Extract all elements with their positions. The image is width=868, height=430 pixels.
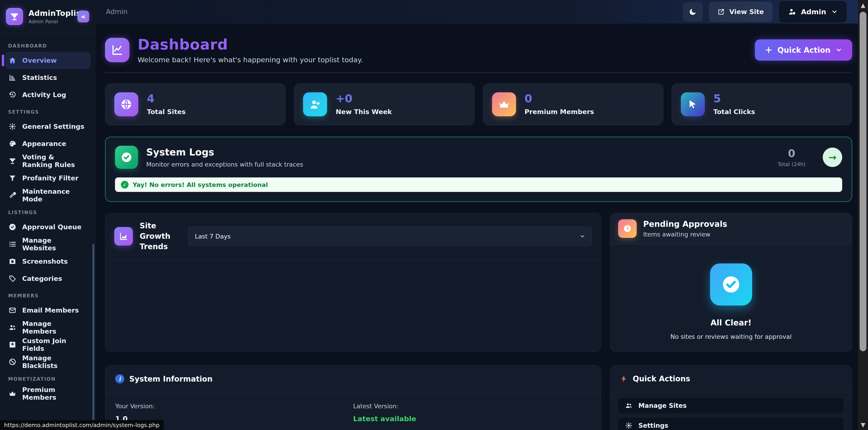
- system-logs-header: System Logs Monitor errors and exception…: [115, 146, 842, 169]
- external-link-icon: [717, 8, 725, 16]
- system-information-body: Your Version: 1.0 Latest Version: Latest…: [105, 393, 601, 430]
- sidebar-item-manage-blacklists[interactable]: Manage Blacklists: [4, 353, 91, 370]
- stat-card-total-sites[interactable]: 4 Total Sites: [105, 83, 286, 125]
- status-url-tooltip: https://demo.admintoplist.com/admin/syst…: [0, 420, 164, 430]
- app-subtitle: Admin Panel: [29, 19, 72, 25]
- all-clear-title: All Clear!: [710, 318, 752, 327]
- sidebar-item-voting-ranking-rules[interactable]: Voting & Ranking Rules: [4, 152, 91, 170]
- site-growth-title: Site Growth Trends: [140, 221, 182, 252]
- site-growth-header: Site Growth Trends Last 7 Days: [105, 213, 601, 260]
- stat-value: 0: [525, 93, 594, 104]
- stat-card-premium-members[interactable]: 0 Premium Members: [483, 83, 663, 125]
- nav-section-members: MEMBERS: [8, 293, 87, 299]
- sidebar-item-maintenance-mode[interactable]: Maintenance Mode: [4, 187, 91, 204]
- sidebar-item-manage-websites[interactable]: Manage Websites: [4, 236, 91, 253]
- sidebar-item-general-settings[interactable]: General Settings: [4, 118, 91, 135]
- sidebar-item-appearance[interactable]: Appearance: [4, 135, 91, 152]
- stat-card-total-clicks[interactable]: 5 Total Clicks: [672, 83, 852, 125]
- chart-line-icon: [111, 44, 124, 56]
- stat-value: 4: [147, 93, 186, 104]
- sidebar-item-label: Activity Log: [22, 91, 66, 99]
- arrow-right-icon: →: [828, 152, 836, 163]
- page-scrollbar-thumb[interactable]: [860, 12, 866, 351]
- quick-actions-title: Quick Actions: [632, 374, 690, 383]
- sidebar-scrollbar-thumb[interactable]: [92, 244, 94, 430]
- sysinfo-item-latest-version: Latest Version: Latest available: [353, 403, 591, 423]
- check-circle-icon: [9, 223, 16, 231]
- scroll-down-arrow-icon[interactable]: ▼: [858, 421, 868, 428]
- moon-icon: [688, 7, 697, 16]
- sysinfo-label: Latest Version:: [353, 403, 591, 410]
- app-title: AdminToplist: [29, 9, 72, 18]
- stat-text: 5 Total Clicks: [713, 93, 755, 116]
- sidebar-item-label: Categories: [22, 275, 62, 282]
- system-logs-subtitle: Monitor errors and exceptions with full …: [146, 161, 770, 168]
- bottom-row: i System Information Your Version: 1.0 L…: [105, 365, 852, 430]
- nav-section-dashboard: DASHBOARD: [8, 43, 87, 49]
- user-menu-button[interactable]: Admin: [779, 1, 847, 23]
- open-system-logs-button[interactable]: →: [823, 148, 842, 167]
- sidebar-item-screenshots[interactable]: Screenshots: [4, 253, 91, 270]
- chevron-down-icon: [831, 8, 838, 15]
- history-icon: [9, 91, 16, 99]
- stat-label: New This Week: [336, 108, 392, 116]
- topbar-actions: View Site Admin: [683, 1, 847, 23]
- quick-action-settings[interactable]: Settings: [618, 417, 844, 430]
- nav-section-listings: LISTINGS: [8, 210, 87, 215]
- sidebar-item-email-members[interactable]: Email Members: [4, 302, 91, 319]
- sidebar-item-label: Overview: [22, 57, 57, 64]
- sidebar-item-categories[interactable]: Categories: [4, 270, 91, 287]
- quick-action-button[interactable]: Quick Action: [755, 39, 852, 61]
- sidebar-collapse-button[interactable]: «: [78, 11, 89, 22]
- sidebar-item-label: Custom Join Fields: [22, 337, 87, 352]
- chart-area-icon: [114, 227, 133, 246]
- growth-range-select[interactable]: Last 7 Days: [188, 227, 592, 246]
- sidebar-item-label: Manage Members: [22, 320, 87, 335]
- quick-actions-body: Manage Sites Settings Backup Database: [610, 393, 852, 430]
- view-site-label: View Site: [729, 8, 764, 16]
- quick-action-manage-sites[interactable]: Manage Sites: [618, 397, 844, 414]
- stat-label: Premium Members: [525, 108, 594, 116]
- sidebar-item-label: Premium Members: [22, 386, 87, 401]
- topbar: Admin View Site Admin: [95, 0, 858, 24]
- site-growth-chart-area: [105, 260, 601, 352]
- info-icon: i: [115, 374, 124, 383]
- breadcrumb: Admin: [106, 8, 128, 16]
- ban-icon: [9, 358, 16, 366]
- stat-label: Total Clicks: [713, 108, 755, 116]
- sidebar: AdminToplist Admin Panel « DASHBOARD Ove…: [0, 0, 95, 430]
- sidebar-item-statistics[interactable]: Statistics: [4, 69, 91, 86]
- sidebar-item-label: Manage Websites: [22, 237, 87, 252]
- page-title: Dashboard: [137, 36, 363, 53]
- sidebar-item-custom-join-fields[interactable]: Custom Join Fields: [4, 336, 91, 353]
- users-icon: [625, 402, 632, 409]
- header-divider: [105, 72, 852, 73]
- sidebar-item-manage-members[interactable]: Manage Members: [4, 319, 91, 336]
- sidebar-item-approval-queue[interactable]: Approval Queue: [4, 218, 91, 236]
- system-logs-alert: ✓ Yay! No errors! All systems operationa…: [115, 178, 842, 192]
- all-clear-text: No sites or reviews waiting for approval: [671, 333, 792, 340]
- stat-text: 4 Total Sites: [147, 93, 186, 116]
- stat-card-new-this-week[interactable]: +0 New This Week: [294, 83, 474, 125]
- pending-approvals-header: Pending Approvals Items awaiting review: [610, 213, 852, 244]
- sidebar-item-premium-members[interactable]: Premium Members: [4, 385, 91, 402]
- sidebar-item-profanity-filter[interactable]: Profanity Filter: [4, 170, 91, 187]
- page-scrollbar[interactable]: ▲ ▼: [858, 0, 868, 430]
- sidebar-item-overview[interactable]: Overview: [4, 52, 91, 69]
- crown-icon: [492, 92, 516, 116]
- view-site-button[interactable]: View Site: [709, 2, 772, 22]
- sysinfo-value: Latest available: [353, 414, 591, 423]
- trophy-icon: [9, 157, 16, 165]
- sidebar-item-label: Approval Queue: [22, 223, 82, 231]
- trophy-icon: [10, 12, 19, 21]
- growth-range-value: Last 7 Days: [195, 233, 230, 240]
- sidebar-item-activity-log[interactable]: Activity Log: [4, 86, 91, 103]
- system-logs-titles: System Logs Monitor errors and exception…: [146, 147, 770, 168]
- sysinfo-item-your-version: Your Version: 1.0: [115, 403, 353, 423]
- dark-mode-toggle[interactable]: [683, 2, 703, 22]
- cursor-icon: [681, 92, 705, 116]
- globe-icon: [114, 92, 138, 116]
- scroll-up-arrow-icon[interactable]: ▲: [858, 2, 868, 9]
- system-information-header: i System Information: [105, 365, 601, 393]
- status-url-text: https://demo.admintoplist.com/admin/syst…: [4, 422, 160, 428]
